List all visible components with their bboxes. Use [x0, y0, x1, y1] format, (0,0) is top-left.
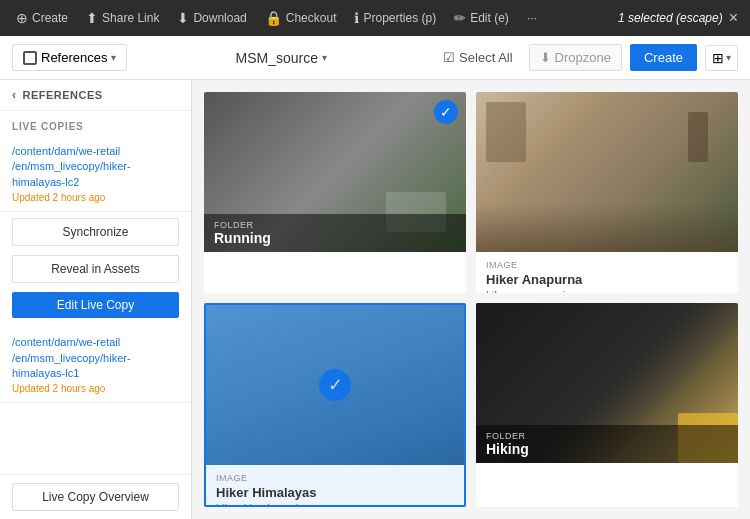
source-title: MSM_source ▾: [135, 50, 427, 66]
grid-view-icon: ⊞: [712, 50, 724, 66]
download-icon: ⬇: [177, 10, 189, 26]
himalayas-check: ✓: [319, 369, 351, 401]
live-copy-path-1: /content/dam/we-retail/en/msm_livecopy/h…: [12, 144, 179, 190]
asset-card-anapurna[interactable]: IMAGE Hiker Anapurna hiker-anapurna.jpg …: [476, 92, 738, 293]
dropzone-label: Dropzone: [555, 50, 611, 65]
source-chevron: ▾: [322, 52, 327, 63]
anapurna-image: [476, 92, 738, 252]
select-all-checkbox-icon: ☑: [443, 50, 455, 65]
select-all-button[interactable]: ☑ Select All: [435, 46, 520, 69]
hiking-folder-name: Hiking: [486, 441, 728, 457]
live-copies-section-label: LIVE COPIES: [0, 111, 191, 136]
select-all-label: Select All: [459, 50, 512, 65]
running-folder-name: Running: [214, 230, 456, 246]
dropzone-button[interactable]: ⬇ Dropzone: [529, 44, 622, 71]
live-copy-overview-button[interactable]: Live Copy Overview: [12, 483, 179, 511]
references-icon: [23, 51, 37, 65]
sidebar: ‹ REFERENCES LIVE COPIES /content/dam/we…: [0, 80, 192, 519]
asset-card-running[interactable]: FOLDER Running ✓: [204, 92, 466, 293]
live-copy-updated-1: Updated 2 hours ago: [12, 192, 179, 203]
sidebar-back-button[interactable]: ‹: [12, 88, 17, 102]
create-button[interactable]: Create: [630, 44, 697, 71]
himalayas-filename: hiker-himalayas.jpg: [216, 502, 454, 508]
himalayas-title: Hiker Himalayas: [216, 485, 454, 500]
toolbar-create[interactable]: ⊕ Create: [8, 6, 76, 30]
view-toggle-chevron: ▾: [726, 52, 731, 63]
edit-icon: ✏: [454, 10, 466, 26]
create-icon: ⊕: [16, 10, 28, 26]
references-label: References: [41, 50, 107, 65]
toolbar-more[interactable]: ···: [519, 7, 545, 29]
sidebar-bottom: Live Copy Overview: [0, 474, 191, 519]
sidebar-back-label: REFERENCES: [23, 89, 103, 101]
anapurna-card-info: IMAGE Hiker Anapurna hiker-anapurna.jpg …: [476, 252, 738, 293]
live-copy-item-1[interactable]: /content/dam/we-retail/en/msm_livecopy/h…: [0, 136, 191, 212]
toolbar-edit[interactable]: ✏ Edit (e): [446, 6, 517, 30]
asset-grid: FOLDER Running ✓ IMAGE Hiker Anapurna hi…: [192, 80, 750, 519]
asset-card-hiking[interactable]: FOLDER Hiking: [476, 303, 738, 508]
main-content: ‹ REFERENCES LIVE COPIES /content/dam/we…: [0, 80, 750, 519]
running-folder-image: FOLDER Running ✓: [204, 92, 466, 252]
live-copy-updated-2: Updated 2 hours ago: [12, 383, 179, 394]
anapurna-title: Hiker Anapurna: [486, 272, 728, 287]
view-toggle-button[interactable]: ⊞ ▾: [705, 45, 738, 71]
dropzone-icon: ⬇: [540, 50, 551, 65]
himalayas-image: ✓: [206, 305, 464, 465]
main-toolbar: ⊕ Create ⬆ Share Link ⬇ Download 🔒 Check…: [0, 0, 750, 36]
selection-count: 1 selected (escape): [618, 11, 723, 25]
himalayas-card-info: IMAGE Hiker Himalayas hiker-himalayas.jp…: [206, 465, 464, 508]
close-selection-button[interactable]: ×: [725, 5, 742, 31]
toolbar-share[interactable]: ⬆ Share Link: [78, 6, 167, 30]
hiking-folder-type-label: FOLDER: [486, 431, 728, 441]
synchronize-button[interactable]: Synchronize: [12, 218, 179, 246]
himalayas-type: IMAGE: [216, 473, 454, 483]
reveal-in-assets-button[interactable]: Reveal in Assets: [12, 255, 179, 283]
anapurna-type: IMAGE: [486, 260, 728, 270]
properties-icon: ℹ: [354, 10, 359, 26]
checkout-icon: 🔒: [265, 10, 282, 26]
secondary-toolbar: References ▾ MSM_source ▾ ☑ Select All ⬇…: [0, 36, 750, 80]
running-folder-check: ✓: [434, 100, 458, 124]
toolbar-download[interactable]: ⬇ Download: [169, 6, 254, 30]
references-chevron: ▾: [111, 52, 116, 63]
more-icon: ···: [527, 11, 537, 25]
toolbar-properties[interactable]: ℹ Properties (p): [346, 6, 444, 30]
anapurna-filename: hiker-anapurna.jpg: [486, 289, 728, 293]
edit-live-copy-button[interactable]: Edit Live Copy: [12, 292, 179, 318]
asset-card-himalayas[interactable]: ✓ IMAGE Hiker Himalayas hiker-himalayas.…: [204, 303, 466, 508]
references-button[interactable]: References ▾: [12, 44, 127, 71]
running-folder-type-label: FOLDER: [214, 220, 456, 230]
share-icon: ⬆: [86, 10, 98, 26]
hiking-folder-image: FOLDER Hiking: [476, 303, 738, 463]
toolbar-checkout[interactable]: 🔒 Checkout: [257, 6, 345, 30]
live-copy-path-2: /content/dam/we-retail/en/msm_livecopy/h…: [12, 335, 179, 381]
live-copy-item-2[interactable]: /content/dam/we-retail/en/msm_livecopy/h…: [0, 327, 191, 403]
sidebar-header: ‹ REFERENCES: [0, 80, 191, 111]
